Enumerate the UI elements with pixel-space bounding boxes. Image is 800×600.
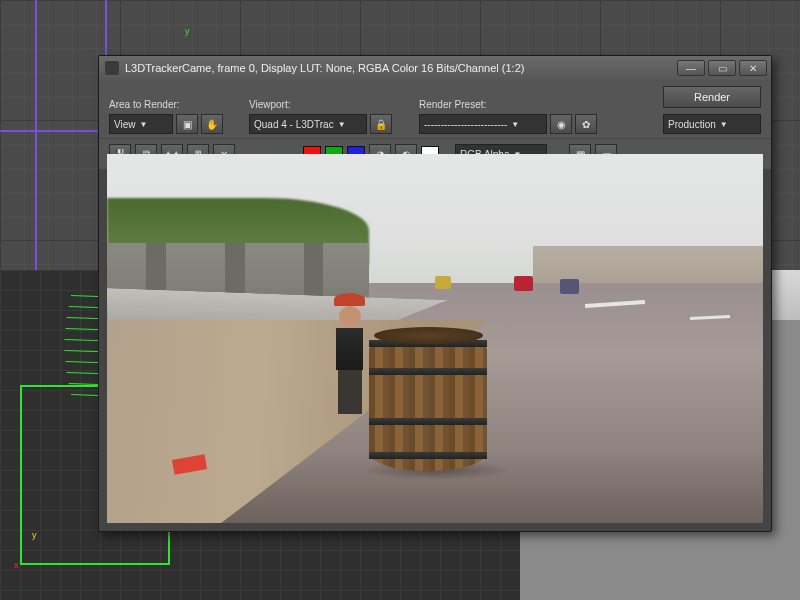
person <box>330 294 369 405</box>
vehicle <box>560 279 580 294</box>
render-output <box>107 154 763 523</box>
chevron-down-icon: ▼ <box>720 120 728 129</box>
preset-value: ------------------------- <box>424 119 507 130</box>
preset-label: Render Preset: <box>419 99 609 110</box>
maximize-button[interactable]: ▭ <box>708 60 736 76</box>
preset-dropdown[interactable]: -------------------------▼ <box>419 114 547 134</box>
barrel-band <box>369 452 487 459</box>
area-value: View <box>114 119 136 130</box>
barrel-lid <box>374 327 483 344</box>
gear-icon: ✿ <box>582 119 590 130</box>
torso <box>336 328 364 370</box>
minimize-button[interactable]: — <box>677 60 705 76</box>
render-button[interactable]: Render <box>663 86 761 108</box>
area-label: Area to Render: <box>109 99 239 110</box>
viewport-value: Quad 4 - L3DTrac <box>254 119 334 130</box>
rendered-image <box>107 154 763 523</box>
axis-x-label: x <box>14 560 19 570</box>
vehicle <box>514 276 534 291</box>
mode-dropdown[interactable]: Production▼ <box>663 114 761 134</box>
app-icon <box>105 61 119 75</box>
window-title: L3DTrackerCame, frame 0, Display LUT: No… <box>125 62 677 74</box>
close-button[interactable]: ✕ <box>739 60 767 76</box>
titlebar[interactable]: L3DTrackerCame, frame 0, Display LUT: No… <box>99 56 771 80</box>
chevron-down-icon: ▼ <box>140 120 148 129</box>
legs <box>338 370 362 414</box>
viewport-dropdown[interactable]: Quad 4 - L3DTrac▼ <box>249 114 367 134</box>
mode-value: Production <box>668 119 716 130</box>
viewport-label: Viewport: <box>249 99 409 110</box>
axis-y-label: y <box>32 530 37 540</box>
head <box>339 306 361 326</box>
barrel-body <box>369 331 487 471</box>
area-dropdown[interactable]: View▼ <box>109 114 173 134</box>
axis-y-label: y <box>185 26 190 36</box>
barrel-band <box>369 368 487 375</box>
lock-button[interactable]: 🔒 <box>370 114 392 134</box>
render-frame-window: L3DTrackerCame, frame 0, Display LUT: No… <box>98 55 772 532</box>
camera-icon: ◉ <box>557 119 566 130</box>
edit-region-button[interactable]: ✋ <box>201 114 223 134</box>
region-button[interactable]: ▣ <box>176 114 198 134</box>
render-setup-button[interactable]: ◉ <box>550 114 572 134</box>
environment-button[interactable]: ✿ <box>575 114 597 134</box>
barrel <box>369 331 487 471</box>
hat <box>334 293 365 306</box>
chevron-down-icon: ▼ <box>338 120 346 129</box>
render-toolbar: Area to Render: View▼ ▣ ✋ Viewport: Quad… <box>99 80 771 138</box>
lock-icon: 🔒 <box>375 119 387 130</box>
barrel-band <box>369 418 487 425</box>
chevron-down-icon: ▼ <box>511 120 519 129</box>
axis-gizmo: y <box>185 20 190 38</box>
vehicle <box>435 276 451 289</box>
